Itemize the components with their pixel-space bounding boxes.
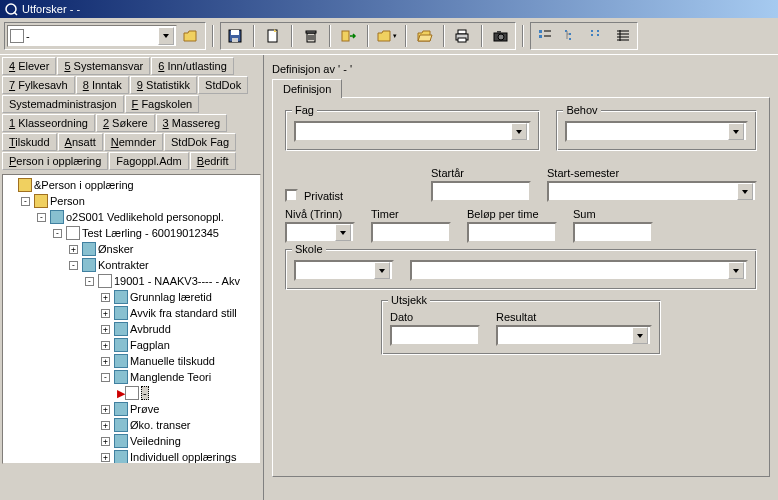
tree-item[interactable]: +Prøve bbox=[5, 401, 258, 417]
tree-toggle[interactable]: - bbox=[69, 261, 78, 270]
tree-icon bbox=[114, 354, 128, 368]
delete-button[interactable] bbox=[299, 25, 323, 47]
tree-toggle[interactable]: + bbox=[69, 245, 78, 254]
view4-button[interactable] bbox=[611, 25, 635, 47]
nav-button[interactable]: 3 Massereg bbox=[156, 114, 227, 132]
nav-button[interactable]: Bedrift bbox=[190, 152, 236, 170]
nav-button[interactable]: Nemnder bbox=[104, 133, 163, 151]
camera-button[interactable] bbox=[489, 25, 513, 47]
tree-item[interactable]: +Fagplan bbox=[5, 337, 258, 353]
behov-select[interactable] bbox=[565, 121, 748, 142]
nav-button[interactable]: Person i opplæring bbox=[2, 152, 108, 170]
tree-toggle[interactable]: + bbox=[101, 357, 110, 366]
nav-button[interactable]: 4 Elever bbox=[2, 57, 56, 75]
new-button[interactable] bbox=[261, 25, 285, 47]
view1-button[interactable] bbox=[533, 25, 557, 47]
tree-icon bbox=[82, 242, 96, 256]
nav-button[interactable]: Ansatt bbox=[58, 133, 103, 151]
tree-toggle[interactable]: + bbox=[101, 293, 110, 302]
tree-toggle[interactable]: + bbox=[101, 309, 110, 318]
nav-button[interactable]: 6 Inn/utlasting bbox=[151, 57, 234, 75]
tree-item[interactable]: -Person bbox=[5, 193, 258, 209]
tree-toggle[interactable]: + bbox=[101, 453, 110, 462]
tree-item[interactable]: -Test Lærling - 60019012345 bbox=[5, 225, 258, 241]
tree-toggle[interactable]: + bbox=[101, 421, 110, 430]
resultat-select[interactable] bbox=[496, 325, 652, 346]
timer-input[interactable] bbox=[371, 222, 451, 243]
label-fag: Fag bbox=[292, 104, 317, 116]
nav-button[interactable]: StdDok bbox=[198, 76, 248, 94]
tree-icon bbox=[98, 274, 112, 288]
folder-open-button[interactable] bbox=[179, 25, 203, 47]
tree-item[interactable]: ▶ - bbox=[5, 385, 258, 401]
tree-toggle[interactable]: - bbox=[53, 229, 62, 238]
label-privatist: Privatist bbox=[304, 190, 343, 202]
dropdown-arrow[interactable] bbox=[158, 27, 174, 45]
tree-toggle[interactable]: + bbox=[101, 405, 110, 414]
nav-button[interactable]: Tilskudd bbox=[2, 133, 57, 151]
nav-button[interactable]: 5 Systemansvar bbox=[57, 57, 150, 75]
toolbar-combo[interactable]: - bbox=[7, 25, 177, 47]
nav-button[interactable]: 9 Statistikk bbox=[130, 76, 197, 94]
nav-button[interactable]: F Fagskolen bbox=[125, 95, 200, 113]
open2-button[interactable] bbox=[413, 25, 437, 47]
label-utsjekk: Utsjekk bbox=[388, 294, 430, 306]
tree-icon bbox=[114, 402, 128, 416]
svg-rect-29 bbox=[597, 30, 599, 32]
tree-item[interactable]: +Manuelle tilskudd bbox=[5, 353, 258, 369]
label-timer: Timer bbox=[371, 208, 451, 220]
app-icon bbox=[4, 2, 18, 16]
save-button[interactable] bbox=[223, 25, 247, 47]
startsem-select[interactable] bbox=[547, 181, 757, 202]
skole-select1[interactable] bbox=[294, 260, 394, 281]
tree-icon bbox=[114, 338, 128, 352]
tree-item[interactable]: +Avvik fra standard still bbox=[5, 305, 258, 321]
fag-select[interactable] bbox=[294, 121, 531, 142]
svg-rect-3 bbox=[231, 30, 239, 35]
tree-icon bbox=[114, 434, 128, 448]
tree-item[interactable]: +Individuell opplærings bbox=[5, 449, 258, 464]
tree-item[interactable]: -Kontrakter bbox=[5, 257, 258, 273]
dato-input[interactable] bbox=[390, 325, 480, 346]
niva-select[interactable] bbox=[285, 222, 355, 243]
tree-toggle[interactable]: - bbox=[37, 213, 46, 222]
tree-item[interactable]: +Avbrudd bbox=[5, 321, 258, 337]
tree-item[interactable]: &Person i opplæring bbox=[5, 177, 258, 193]
tree-item[interactable]: -19001 - NAAKV3---- - Akv bbox=[5, 273, 258, 289]
nav-button[interactable]: StdDok Fag bbox=[164, 133, 236, 151]
nav-button[interactable]: Fagoppl.Adm bbox=[109, 152, 188, 170]
nav-button[interactable]: 7 Fylkesavh bbox=[2, 76, 75, 94]
privatist-checkbox[interactable] bbox=[285, 189, 298, 202]
tree-toggle[interactable]: + bbox=[101, 437, 110, 446]
nav-button[interactable]: 1 Klasseordning bbox=[2, 114, 95, 132]
tree-toggle[interactable]: + bbox=[101, 325, 110, 334]
tree-toggle[interactable]: - bbox=[101, 373, 110, 382]
view2-button[interactable] bbox=[559, 25, 583, 47]
belop-input[interactable] bbox=[467, 222, 557, 243]
page-icon bbox=[10, 29, 24, 43]
tree-toggle[interactable]: - bbox=[85, 277, 94, 286]
left-panel: 4 Elever5 Systemansvar6 Inn/utlasting7 F… bbox=[0, 55, 264, 500]
tree-item[interactable]: -o2S001 Vedlikehold personoppl. bbox=[5, 209, 258, 225]
skole-select2[interactable] bbox=[410, 260, 748, 281]
nav-button[interactable]: Systemadministrasjon bbox=[2, 95, 124, 113]
tree-view[interactable]: &Person i opplæring-Person-o2S001 Vedlik… bbox=[2, 174, 261, 464]
print-button[interactable] bbox=[451, 25, 475, 47]
tree-item[interactable]: -Manglende Teori bbox=[5, 369, 258, 385]
open-button[interactable]: ▾ bbox=[375, 25, 399, 47]
view3-button[interactable] bbox=[585, 25, 609, 47]
startar-input[interactable] bbox=[431, 181, 531, 202]
label-behov: Behov bbox=[563, 104, 600, 116]
tree-item[interactable]: +Veiledning bbox=[5, 433, 258, 449]
exit-button[interactable] bbox=[337, 25, 361, 47]
tree-item[interactable]: +Grunnlag læretid bbox=[5, 289, 258, 305]
tree-item[interactable]: +Øko. transer bbox=[5, 417, 258, 433]
tree-toggle[interactable]: - bbox=[21, 197, 30, 206]
sum-input[interactable] bbox=[573, 222, 653, 243]
tree-item[interactable]: +Ønsker bbox=[5, 241, 258, 257]
nav-button[interactable]: 2 Søkere bbox=[96, 114, 155, 132]
label-startsem: Start-semester bbox=[547, 167, 757, 179]
tab-definisjon[interactable]: Definisjon bbox=[272, 79, 342, 98]
nav-button[interactable]: 8 Inntak bbox=[76, 76, 129, 94]
tree-toggle[interactable]: + bbox=[101, 341, 110, 350]
